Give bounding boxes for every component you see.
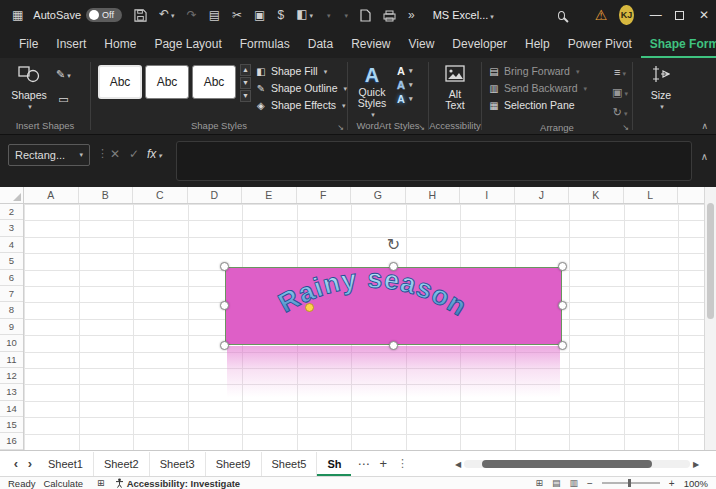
text-box-icon[interactable]: ▭: [56, 92, 71, 106]
row-header[interactable]: 10: [0, 335, 23, 351]
tab-file[interactable]: File: [10, 31, 47, 58]
sheet-options-icon[interactable]: ⋮: [397, 457, 408, 470]
selection-pane-button[interactable]: ▦ Selection Pane: [488, 99, 612, 112]
group-objects-icon[interactable]: ▣▾: [612, 85, 628, 101]
tab-developer[interactable]: Developer: [443, 31, 516, 58]
cancel-icon[interactable]: ✕: [110, 147, 120, 161]
scroll-left-icon[interactable]: ◀: [452, 460, 464, 469]
column-header[interactable]: L: [624, 187, 679, 203]
dialog-launcher-icon[interactable]: ↘: [622, 123, 629, 132]
close-button[interactable]: ✕: [692, 0, 716, 30]
autosave-toggle[interactable]: Off: [86, 8, 122, 22]
sheet-tab[interactable]: Sheet2: [94, 452, 150, 476]
column-header[interactable]: G: [351, 187, 406, 203]
search-icon[interactable]: [558, 11, 565, 20]
text-outline-button[interactable]: A▾: [397, 79, 412, 91]
row-header[interactable]: 3: [0, 220, 23, 236]
tab-home[interactable]: Home: [95, 31, 145, 58]
column-header[interactable]: C: [133, 187, 188, 203]
row-header[interactable]: 8: [0, 302, 23, 318]
row-header[interactable]: 7: [0, 286, 23, 302]
redo-icon[interactable]: ↷: [187, 0, 197, 30]
enter-icon[interactable]: ✓: [129, 147, 139, 161]
minimize-button[interactable]: —: [644, 0, 668, 30]
column-header[interactable]: K: [569, 187, 624, 203]
tab-insert[interactable]: Insert: [47, 31, 95, 58]
row-header[interactable]: 15: [0, 417, 23, 433]
print-icon[interactable]: [383, 0, 396, 30]
shape-effects-button[interactable]: ◈ Shape Effects ▾: [255, 99, 347, 112]
accessibility-status[interactable]: Accessibility: Investigate: [115, 478, 241, 489]
insert-function-button[interactable]: fx▾: [147, 147, 162, 161]
tab-data[interactable]: Data: [299, 31, 342, 58]
vertical-scrollbar[interactable]: [704, 187, 716, 450]
row-header[interactable]: 9: [0, 319, 23, 335]
align-objects-icon[interactable]: ≡▾: [612, 65, 628, 81]
size-button[interactable]: Size ▾: [638, 63, 684, 111]
resize-handle[interactable]: [558, 301, 567, 310]
column-header[interactable]: I: [460, 187, 515, 203]
tab-power-pivot[interactable]: Power Pivot: [559, 31, 641, 58]
sheet-tab[interactable]: Sheet1: [38, 452, 94, 476]
sheet-tab-active[interactable]: Sh: [317, 452, 351, 476]
qat-overflow-icon[interactable]: »: [408, 0, 415, 30]
fill-color-icon[interactable]: ◧▾: [296, 0, 313, 31]
collapse-ribbon-icon[interactable]: ∧: [701, 121, 708, 131]
gallery-down-icon[interactable]: ▼: [240, 77, 251, 89]
shape-style-thumb[interactable]: Abc: [192, 65, 236, 99]
row-header[interactable]: 14: [0, 401, 23, 417]
column-header[interactable]: D: [188, 187, 243, 203]
row-header[interactable]: 4: [0, 237, 23, 253]
tab-review[interactable]: Review: [342, 31, 399, 58]
row-header[interactable]: 12: [0, 368, 23, 384]
sheet-tab[interactable]: Sheet3: [150, 452, 206, 476]
vertical-scroll-thumb[interactable]: [707, 203, 714, 319]
row-header[interactable]: 2: [0, 204, 23, 220]
edit-shape-icon[interactable]: ✎▾: [56, 67, 71, 83]
column-header[interactable]: F: [297, 187, 352, 203]
currency-icon[interactable]: $: [277, 0, 284, 30]
alt-text-button[interactable]: Alt Text: [432, 63, 478, 111]
formula-input[interactable]: [176, 141, 692, 181]
sheet-more-icon[interactable]: ⋯: [357, 457, 369, 471]
resize-handle[interactable]: [220, 301, 229, 310]
row-header[interactable]: 5: [0, 253, 23, 269]
shape-fill-button[interactable]: ◧ Shape Fill ▾: [255, 65, 347, 78]
selected-shape[interactable]: Rainy season ↻: [225, 267, 562, 345]
horizontal-scroll-thumb[interactable]: [482, 460, 652, 468]
resize-handle[interactable]: [220, 262, 229, 271]
save-icon[interactable]: [134, 0, 147, 30]
dialog-launcher-icon[interactable]: ↘: [337, 123, 344, 132]
tab-shape-format[interactable]: Shape Format: [641, 31, 716, 58]
column-header[interactable]: A: [24, 187, 79, 203]
new-file-icon[interactable]: [360, 0, 371, 30]
row-header[interactable]: 11: [0, 352, 23, 368]
column-header[interactable]: J: [515, 187, 570, 203]
row-header[interactable]: 13: [0, 384, 23, 400]
zoom-in-icon[interactable]: +: [669, 478, 675, 489]
adjustment-handle[interactable]: [305, 303, 314, 312]
rotate-handle-icon[interactable]: ↻: [387, 237, 400, 253]
resize-handle[interactable]: [558, 341, 567, 350]
horizontal-scroll-track[interactable]: [464, 460, 690, 468]
scroll-right-icon[interactable]: ▶: [690, 460, 702, 469]
select-all-corner[interactable]: [0, 187, 24, 204]
dialog-launcher-icon[interactable]: ↘: [418, 123, 425, 132]
shape-style-thumb[interactable]: Abc: [145, 65, 189, 99]
text-effects-button[interactable]: A▾: [397, 93, 412, 105]
resize-handle[interactable]: [389, 341, 398, 350]
tab-formulas[interactable]: Formulas: [231, 31, 299, 58]
zoom-out-icon[interactable]: −: [587, 478, 593, 489]
tab-help[interactable]: Help: [516, 31, 559, 58]
column-header[interactable]: B: [79, 187, 134, 203]
tab-view[interactable]: View: [400, 31, 444, 58]
undo-icon[interactable]: ↶▾: [159, 0, 175, 31]
copy-icon[interactable]: ▣: [254, 0, 265, 30]
zoom-slider-thumb[interactable]: [628, 479, 631, 487]
qat-dropdown-icon-2[interactable]: ▾: [343, 0, 349, 31]
row-header[interactable]: 16: [0, 433, 23, 449]
shape-outline-button[interactable]: ✎ Shape Outline ▾: [255, 82, 347, 95]
sheet-tab[interactable]: Sheet5: [262, 452, 318, 476]
gallery-more-icon[interactable]: ▼: [240, 90, 251, 102]
name-box[interactable]: Rectang... ▾: [8, 144, 90, 166]
